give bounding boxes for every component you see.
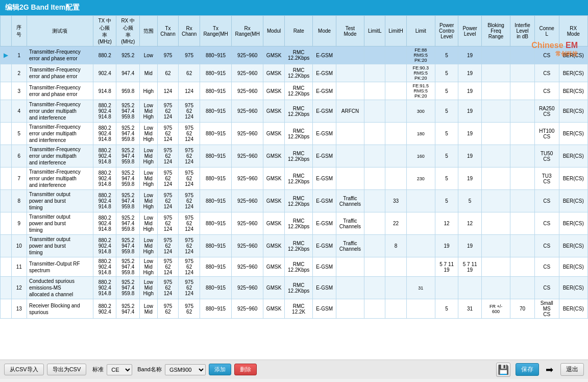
row-test-item[interactable]: Transmitter-Frequency error under multip… [27,145,93,168]
row-tx-chan[interactable]: 975 62 124 [157,190,179,212]
row-interfere[interactable] [510,64,535,82]
row-rate[interactable]: RMC 12.2Kbps [284,46,313,64]
row-blocking[interactable] [481,212,510,235]
row-conn[interactable]: CS [534,190,559,212]
row-rx-range[interactable]: 925~960 [232,123,263,145]
row-arrow[interactable] [1,277,12,299]
standard-select[interactable]: CE FCC [107,364,132,375]
row-limit[interactable] [406,257,435,277]
save-icon[interactable]: 💾 [496,363,510,377]
row-test-mode[interactable]: Traffic Channels [336,235,364,257]
row-blocking[interactable] [481,190,510,212]
row-mode[interactable]: E-GSM [313,257,336,277]
row-tx-chan[interactable]: 975 62 124 [157,168,179,190]
row-tx-freq[interactable]: 880.2 902.4 914.8 [93,257,116,277]
row-limitl[interactable] [364,257,385,277]
row-power-ctrl[interactable]: 5 [435,64,458,82]
row-range[interactable]: Low Mid High [139,212,157,235]
row-conn[interactable]: CS [534,82,559,100]
row-range[interactable]: Low Mid High [139,190,157,212]
row-tx-freq[interactable]: 880.2 902.4 914.8 [93,277,116,299]
row-test-item[interactable]: Transmitter output power and burst timin… [27,235,93,257]
table-row[interactable]: 6Transmitter-Frequency error under multi… [1,145,588,168]
row-rx-mode[interactable]: BER(CS) [559,64,587,82]
row-rx-mode[interactable]: BER(CS) [559,212,587,235]
row-limit[interactable]: 230 [406,168,435,190]
row-tx-freq[interactable]: 902.4 [93,64,116,82]
row-rate[interactable]: RMC 12.2Kbps [284,145,313,168]
row-rate[interactable]: RMC 12.2Kbps [284,277,313,299]
row-interfere[interactable] [510,277,535,299]
row-seq[interactable]: 7 [11,168,27,190]
row-seq[interactable]: 6 [11,145,27,168]
row-seq[interactable]: 11 [11,257,27,277]
row-mod[interactable]: GMSK [263,212,285,235]
row-rate[interactable]: RMC 12.2Kbps [284,235,313,257]
row-rx-range[interactable]: 925~960 [232,235,263,257]
row-rx-freq[interactable]: 925.2 [116,46,140,64]
row-tx-freq[interactable]: 880.2 902.4 914.8 [93,168,116,190]
row-power-lvl[interactable]: 19 [458,82,482,100]
row-rx-range[interactable]: 925~960 [232,100,263,123]
row-tx-chan[interactable]: 975 62 124 [157,212,179,235]
row-rx-chan[interactable]: 975 [179,46,200,64]
row-rx-mode[interactable]: BER(CS) [559,190,587,212]
table-row[interactable]: 13Receiver Blocking and spurious880.2 90… [1,299,588,319]
row-rx-range[interactable]: 925~960 [232,46,263,64]
row-mod[interactable]: GMSK [263,190,285,212]
row-rx-range[interactable]: 925~960 [232,168,263,190]
row-tx-range[interactable]: 880~915 [200,257,231,277]
row-rx-chan[interactable]: 975 62 124 [179,168,200,190]
table-row[interactable]: 5Transmitter-Frequency error under multi… [1,123,588,145]
row-limitl[interactable] [364,82,385,100]
row-mode[interactable]: E-GSM [313,46,336,64]
row-power-ctrl[interactable]: 5 [435,190,458,212]
row-rx-chan[interactable]: 975 62 124 [179,277,200,299]
row-tx-range[interactable]: 880~915 [200,190,231,212]
row-limith[interactable] [385,277,406,299]
row-range[interactable]: Low Mid High [139,257,157,277]
row-power-ctrl[interactable]: 5 [435,100,458,123]
row-tx-range[interactable]: 880~915 [200,100,231,123]
row-rate[interactable]: RMC 12.2Kbps [284,100,313,123]
row-mode[interactable]: E-GSM [313,168,336,190]
row-mod[interactable]: GMSK [263,100,285,123]
row-rate[interactable]: RMC 12.2Kbps [284,212,313,235]
row-arrow[interactable] [1,257,12,277]
row-test-mode[interactable] [336,123,364,145]
row-seq[interactable]: 10 [11,235,27,257]
row-limit[interactable]: 160 [406,145,435,168]
row-arrow[interactable] [1,123,12,145]
row-mode[interactable]: E-GSM [313,82,336,100]
row-test-item[interactable]: Transmitter-Frequency error under multip… [27,168,93,190]
row-rx-chan[interactable]: 975 62 124 [179,257,200,277]
row-rx-freq[interactable]: 925.2 947.4 959.8 [116,212,140,235]
row-rx-range[interactable]: 925~960 [232,257,263,277]
row-blocking[interactable] [481,82,510,100]
row-conn[interactable]: CS [534,212,559,235]
row-tx-chan[interactable]: 975 62 [157,299,179,319]
row-seq[interactable]: 12 [11,277,27,299]
row-seq[interactable]: 8 [11,190,27,212]
row-mod[interactable]: GMSK [263,257,285,277]
row-mod[interactable]: GMSK [263,168,285,190]
row-tx-chan[interactable]: 975 62 124 [157,235,179,257]
row-mode[interactable]: E-GSM [313,64,336,82]
row-rx-freq[interactable]: 925.2 947.4 959.8 [116,145,140,168]
row-test-mode[interactable]: ARFCN [336,100,364,123]
delete-button[interactable]: 删除 [234,364,257,375]
row-limith[interactable] [385,168,406,190]
row-rx-range[interactable]: 925~960 [232,145,263,168]
row-rx-chan[interactable]: 975 62 124 [179,212,200,235]
row-rate[interactable]: RMC 12.2Kbps [284,64,313,82]
row-arrow[interactable] [1,299,12,319]
row-mode[interactable]: E-GSM [313,190,336,212]
row-power-ctrl[interactable]: 5 [435,123,458,145]
row-test-mode[interactable] [336,46,364,64]
row-test-item[interactable]: Transmitter-Output RF spectrum [27,257,93,277]
row-interfere[interactable] [510,257,535,277]
row-limitl[interactable] [364,235,385,257]
row-arrow[interactable] [1,82,12,100]
row-interfere[interactable] [510,145,535,168]
row-tx-freq[interactable]: 880.2 902.4 [93,299,116,319]
